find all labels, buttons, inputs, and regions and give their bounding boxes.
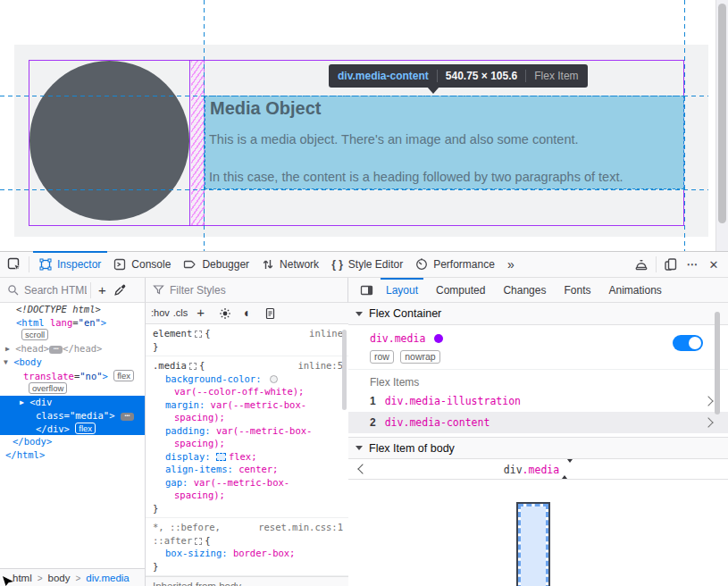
tab-network[interactable]: Network [255,252,325,278]
screenshot-button[interactable] [631,254,652,275]
node-html-close: </html> [0,448,145,462]
declaration-background-color[interactable]: background-color: var(--color-off-white)… [153,373,343,398]
devtools-panel: Inspector Console Debugger Network { } S… [0,251,728,586]
declaration-padding[interactable]: padding: var(--metric-box-spacing); [153,424,343,450]
declaration-gap[interactable]: gap: var(--metric-box-spacing); [153,476,343,502]
tab-inspector[interactable]: Inspector [33,252,107,278]
section-title: Flex Item of body [369,442,455,455]
tab-console[interactable]: Console [107,252,177,278]
flex-wrap-badge: nowrap [400,350,439,364]
node-html[interactable]: <html lang="en"> [0,316,145,330]
declaration-margin[interactable]: margin: var(--metric-box-spacing); [153,398,343,424]
flex-overlay-toggle[interactable] [673,335,703,351]
responsive-design-mode-button[interactable] [660,254,682,275]
add-rule-button[interactable]: + [191,306,210,320]
ellipsis-badge[interactable]: ⋯ [49,346,63,354]
node-body-attrs[interactable]: translate="no"> flex [0,370,145,383]
tab-layout[interactable]: Layout [377,278,427,303]
chevron-right-icon[interactable] [703,396,713,406]
tab-debugger[interactable]: Debugger [177,252,255,278]
scroll-badge-line: scroll [0,329,145,342]
flex-badge[interactable]: flex [113,370,134,381]
pick-element-button[interactable] [4,254,25,275]
close-devtools-button[interactable]: ✕ [703,254,724,275]
breadcrumb: html > body > div.media [0,568,146,586]
infobar-separator [437,70,438,82]
tab-performance[interactable]: Performance [409,252,501,278]
breadcrumb-html[interactable]: html [13,573,32,583]
rule-source-link[interactable]: inline [309,327,343,340]
more-tabs-button[interactable]: » [501,252,521,278]
flex-item-row-1[interactable]: 1 div.media-illustration [348,390,728,412]
rules-scrollbar-thumb[interactable] [342,330,347,410]
highlight-selector-icon[interactable] [195,331,202,338]
infobar-dimensions: 540.75 × 105.6 [446,70,517,82]
light-theme-sim-icon[interactable] [219,307,231,320]
flex-item-of-body-section-header[interactable]: Flex Item of body [348,437,728,459]
flex-container-info: div.media row nowrap [348,325,728,369]
overlay-color-swatch[interactable] [434,334,443,343]
node-head[interactable]: ▶ <head>⋯</head> [0,342,145,356]
sidebar-toggle-button[interactable] [356,280,377,301]
filter-styles-input[interactable] [170,284,277,297]
flex-item-row-2[interactable]: 2 div.media-content [348,412,728,433]
guide-line-vertical-left [204,0,205,251]
console-icon [113,258,126,271]
print-sim-icon[interactable] [264,307,276,320]
inherited-from-body-header: Inherited from body [146,576,348,586]
media-paragraph-1: This is a media object. There's an image… [209,132,579,146]
highlight-selector-icon[interactable] [195,538,202,545]
eyedropper-icon[interactable] [113,283,127,297]
layout-scrollbar-thumb[interactable] [715,312,720,414]
class-toggle-button[interactable]: .cls [173,306,188,320]
tab-changes[interactable]: Changes [494,278,555,303]
rule-source-link[interactable]: reset.min.css:1 [258,521,343,534]
breadcrumb-div-media[interactable]: div.media [86,573,129,583]
breadcrumb-body[interactable]: body [48,573,71,583]
declaration-display[interactable]: display: flex; [153,450,343,464]
selected-node-div-media[interactable]: ▶ <div class="media"> ⋯ </div> flex [0,396,145,436]
flex-container-section-header[interactable]: Flex Container [348,303,728,325]
scroll-badge: scroll [21,329,48,340]
chevron-right-icon[interactable] [703,417,713,427]
flex-badge[interactable]: flex [75,423,96,434]
page-scrollbar-thumb[interactable] [718,4,726,223]
tab-fonts[interactable]: Fonts [555,278,599,303]
section-title: Flex Container [369,307,441,320]
page-scrollbar[interactable] [715,0,728,251]
rule-source-link[interactable]: inline:5 [297,359,343,373]
pseudo-class-button[interactable]: :hov [151,306,170,320]
rule-element-style[interactable]: element{ inline } [146,324,348,356]
toolbar-divider [29,256,29,272]
tab-style-editor[interactable]: { } Style Editor [325,252,409,278]
overflow-badge-line: overflow [0,382,145,396]
devtools-toolbar: Inspector Console Debugger Network { } S… [0,252,728,278]
flex-highlighter-toggle-icon[interactable] [216,453,226,461]
color-swatch[interactable] [270,375,278,383]
declaration-align-items[interactable]: align-items: center; [153,463,343,476]
collapse-icon [356,312,363,316]
tab-label: Inspector [57,258,101,271]
toggle-knob [689,337,701,349]
add-node-button[interactable]: + [95,282,110,297]
search-html-input[interactable] [24,284,87,297]
flex-container-selector[interactable]: div.media [370,332,425,345]
rule-reset[interactable]: *, ::before, reset.min.css:1 ::after{ bo… [146,518,348,576]
tab-computed[interactable]: Computed [427,278,494,303]
rule-media[interactable]: .media{ inline:5 background-color: var(-… [146,356,348,518]
debugger-icon [183,258,197,271]
tab-animations[interactable]: Animations [599,278,670,303]
declaration-box-sizing[interactable]: box-sizing: border-box; [153,547,343,560]
sort-arrows-icon[interactable] [562,463,573,475]
node-body[interactable]: ▼ <body [0,356,145,370]
tab-label: Debugger [202,258,249,271]
flex-item-selector: div.media-content [385,416,490,429]
flex-item-nav-row: div.media [348,459,728,480]
flex-item-nav-selector[interactable]: div.media [348,463,728,476]
overflow-badge[interactable]: overflow [29,382,67,394]
flex-item-sizing-diagram [516,502,550,586]
ellipsis-badge[interactable]: ⋯ [121,413,134,421]
meatball-menu-button[interactable]: ⋯ [682,254,703,275]
dark-theme-sim-icon[interactable]: ◐ [244,306,251,320]
highlight-selector-icon[interactable] [189,363,197,370]
